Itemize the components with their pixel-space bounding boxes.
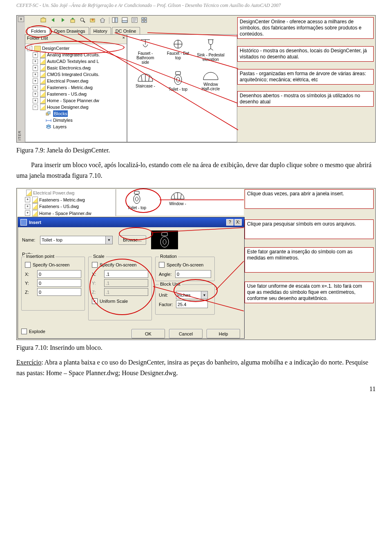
block-thumb[interactable]: WindowHalf-circle [194,69,227,102]
tab-history[interactable]: History [90,27,111,34]
expand-icon[interactable]: + [33,72,38,77]
folder-tree[interactable]: − DesignCenter +Analog Integrated Circui… [25,44,127,131]
block-thumb-window[interactable]: Window - [157,189,198,215]
tab-dc-online[interactable]: DC Online [112,27,140,34]
svg-rect-5 [112,18,115,22]
tree-item[interactable]: Home - Space Planner.dw [47,97,99,104]
checkbox-checked[interactable]: ✓ [92,298,98,304]
tree-root[interactable]: DesignCenter [42,45,69,51]
forward-icon[interactable] [60,17,67,24]
close-icon[interactable]: X: [234,219,242,226]
dwg-icon [40,104,46,110]
checkbox[interactable] [21,329,27,334]
favorites-icon[interactable] [89,17,97,24]
scale-x-input[interactable]: .1 [104,270,148,278]
checkbox[interactable] [25,262,31,268]
expand-icon[interactable]: + [25,210,30,216]
tree-dimstyles[interactable]: Dimstyles [53,117,73,123]
tree-blocks[interactable]: Blocks [53,110,68,117]
search-icon[interactable] [80,17,87,24]
expand-icon[interactable]: + [25,204,30,209]
tree-item[interactable]: CMOS Integrated Circuits. [47,71,99,78]
ok-button[interactable]: OK [131,329,165,338]
checkbox[interactable] [92,262,98,268]
svg-line-47 [180,194,181,199]
unit-combo[interactable]: Inches▼ [176,291,208,299]
close-pane-icon[interactable]: × [122,35,125,40]
checkbox[interactable] [159,262,165,268]
tree-layers[interactable]: Layers [53,123,67,130]
svg-line-3 [83,21,85,22]
tree-item[interactable]: House Designer.dwg [47,104,89,110]
x-input[interactable]: 0 [37,270,81,278]
page-header: CEFET-SC - Un. São Jojé –Área de Refrige… [0,0,392,11]
close-icon[interactable]: x [18,16,24,22]
load-icon[interactable] [40,17,48,24]
tab-folders[interactable]: Folders [27,27,50,34]
block-thumb[interactable]: Toilet - top [162,69,194,102]
dialog-titlebar[interactable]: Insert ? X: [18,217,244,227]
svg-rect-33 [176,72,180,75]
svg-point-43 [136,197,138,201]
expand-icon[interactable]: + [33,59,38,64]
tree-item[interactable]: Analog Integrated Circuits. [47,51,100,58]
tree-toggle-icon[interactable] [112,17,119,24]
description-icon[interactable] [131,17,139,24]
thumb-label: Window [203,82,218,87]
block-thumb-toilet[interactable]: Toilet - top [116,189,157,215]
tree-item[interactable]: AutoCAD Textstyles and L [47,58,99,65]
block-thumb[interactable]: Faucet - Battop [162,36,194,69]
up-icon[interactable] [70,17,77,24]
back-icon[interactable] [50,17,58,24]
factor-input[interactable]: 25.4 [176,300,208,308]
home-icon[interactable] [99,17,107,24]
svg-rect-41 [134,191,139,194]
expand-icon[interactable]: + [25,197,30,202]
tree-item[interactable]: Home - Space Planner.dw [39,210,91,217]
palette-grip[interactable]: x ITER [17,16,25,142]
figure-7-10-screenshot: Electrical Power.dwg +Fasteners - Metric… [16,188,376,340]
collapse-icon[interactable]: − [33,105,38,110]
preview-icon[interactable] [122,17,129,24]
z-input[interactable]: 0 [37,288,81,296]
y-label: Y: [92,281,104,286]
dwg-icon [40,84,46,91]
chevron-down-icon[interactable]: ▼ [105,236,112,244]
dialog-title: Insert [29,220,41,225]
y-input[interactable]: 0 [37,279,81,287]
uniform-scale-label: Uniform Scale [100,299,128,304]
block-thumb[interactable]: Fauset - Bathroomside [129,36,162,69]
tab-open-drawings[interactable]: Open Drawings [51,27,89,34]
cancel-button[interactable]: Cancel [169,329,203,338]
tree-item[interactable]: Electrical Power.dwg [47,78,89,84]
expand-icon[interactable]: + [33,85,38,90]
name-combo[interactable]: Toilet - top ▼ [40,236,113,244]
svg-point-49 [160,237,169,247]
expand-icon[interactable]: + [33,92,38,97]
thumb-label: side [142,60,149,65]
expand-icon[interactable]: + [33,98,38,103]
views-icon[interactable] [141,17,149,24]
chevron-down-icon[interactable]: ▼ [201,291,207,299]
help-icon[interactable]: ? [226,219,234,226]
svg-rect-15 [142,20,144,22]
svg-point-42 [134,195,140,204]
collapse-icon[interactable]: − [27,46,32,51]
tree-item[interactable]: Fasteners - US.dwg [39,203,79,210]
expand-icon[interactable]: + [33,52,38,58]
tree-item[interactable]: Electrical Power.dwg [33,190,75,196]
block-thumb[interactable]: Sink - Pedestalelevation [194,36,227,69]
help-button[interactable]: Help [207,329,240,338]
expand-icon[interactable]: + [33,78,38,84]
tree-item[interactable]: Fasteners - Metric.dwg [47,84,93,91]
angle-input[interactable]: 0 [175,270,211,278]
tree-item[interactable]: Fasteners - Metric.dwg [39,197,85,203]
tree-item[interactable]: Basic Electronics.dwg [47,65,91,71]
explode-label: Explode [29,329,45,334]
svg-point-34 [174,75,182,85]
block-thumb[interactable]: Staircase - [129,69,162,102]
unit-label: Unit: [159,293,176,298]
browse-button[interactable]: Browse... [118,235,146,245]
expand-icon[interactable]: + [33,65,38,71]
tree-item[interactable]: Fasteners - US.dwg [47,91,87,97]
